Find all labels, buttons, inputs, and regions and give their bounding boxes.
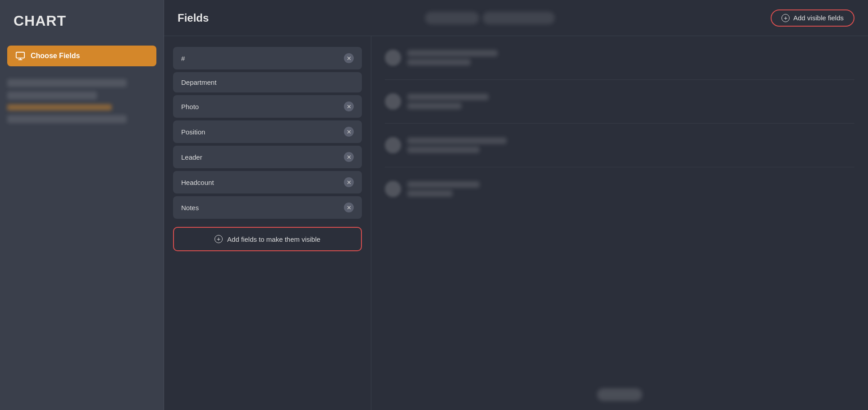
chart-row-2: [385, 89, 854, 114]
chart-divider-2: [385, 123, 854, 124]
header-center-area: [425, 12, 555, 24]
field-remove-notes[interactable]: ✕: [344, 203, 354, 212]
chart-bottom-pill: [597, 388, 642, 401]
field-row-photo: Photo ✕: [173, 95, 362, 118]
chart-line-2b: [407, 103, 461, 109]
chart-line-1a: [407, 50, 498, 56]
header-blurred-pill-1: [425, 12, 479, 24]
chart-row-content-1: [407, 50, 498, 65]
field-label-notes: Notes: [181, 204, 199, 212]
add-fields-label: Add fields to make them visible: [227, 235, 320, 243]
add-visible-fields-label: Add visible fields: [793, 14, 844, 22]
field-remove-leader[interactable]: ✕: [344, 152, 354, 162]
fields-panel: # ✕ Department Photo ✕ Position ✕ Leader…: [164, 36, 371, 410]
chart-line-4b: [407, 190, 452, 197]
add-fields-button[interactable]: + Add fields to make them visible: [173, 227, 362, 251]
sidebar-blurred-item-2: [7, 92, 97, 100]
field-label-department: Department: [181, 78, 216, 86]
header: Fields + Add visible fields: [164, 0, 868, 36]
chart-line-1b: [407, 59, 471, 65]
sidebar-blurred-item-1: [7, 79, 127, 87]
chart-avatar-4: [385, 181, 401, 197]
chart-row-3: [385, 133, 854, 158]
chart-bottom: [385, 388, 854, 401]
field-remove-hash[interactable]: ✕: [344, 53, 354, 63]
chart-avatar-2: [385, 93, 401, 110]
field-label-photo: Photo: [181, 103, 199, 111]
choose-fields-label: Choose Fields: [31, 52, 80, 60]
main-content: Fields + Add visible fields # ✕ Departme…: [164, 0, 868, 410]
app-logo: CHART: [0, 0, 164, 42]
field-label-hash: #: [181, 55, 185, 62]
field-row-hash: # ✕: [173, 47, 362, 69]
sidebar: CHART Choose Fields: [0, 0, 164, 410]
chart-row-content-4: [407, 181, 480, 197]
choose-fields-button[interactable]: Choose Fields: [7, 46, 156, 66]
chart-divider-1: [385, 79, 854, 80]
add-visible-fields-button[interactable]: + Add visible fields: [771, 9, 854, 27]
field-label-position: Position: [181, 128, 205, 136]
field-row-headcount: Headcount ✕: [173, 171, 362, 193]
sidebar-blurred-item-3: [7, 104, 112, 111]
field-row-notes: Notes ✕: [173, 196, 362, 219]
chart-line-4a: [407, 181, 480, 188]
chart-line-3a: [407, 138, 507, 144]
chart-row-1: [385, 45, 854, 70]
chart-panel: [371, 36, 868, 410]
content-row: # ✕ Department Photo ✕ Position ✕ Leader…: [164, 36, 868, 410]
page-title: Fields: [178, 12, 209, 24]
field-remove-headcount[interactable]: ✕: [344, 177, 354, 187]
field-row-department: Department: [173, 72, 362, 92]
plus-circle-icon: +: [781, 14, 790, 22]
chart-row-content-3: [407, 138, 507, 153]
field-row-position: Position ✕: [173, 120, 362, 143]
add-fields-plus-icon: +: [215, 235, 223, 243]
chart-avatar-3: [385, 137, 401, 153]
field-label-leader: Leader: [181, 153, 202, 161]
sidebar-blurred-items: [7, 79, 156, 123]
field-row-leader: Leader ✕: [173, 146, 362, 168]
chart-line-2a: [407, 94, 489, 100]
chart-avatar-1: [385, 50, 401, 66]
sidebar-blurred-item-4: [7, 115, 127, 123]
chart-row-content-2: [407, 94, 489, 109]
field-label-headcount: Headcount: [181, 179, 214, 186]
header-blurred-pill-2: [483, 12, 555, 24]
field-remove-position[interactable]: ✕: [344, 127, 354, 137]
field-remove-photo[interactable]: ✕: [344, 101, 354, 111]
monitor-icon: [15, 51, 25, 61]
svg-rect-0: [16, 52, 24, 58]
chart-line-3b: [407, 147, 480, 153]
chart-row-4: [385, 176, 854, 202]
chart-divider-3: [385, 167, 854, 167]
